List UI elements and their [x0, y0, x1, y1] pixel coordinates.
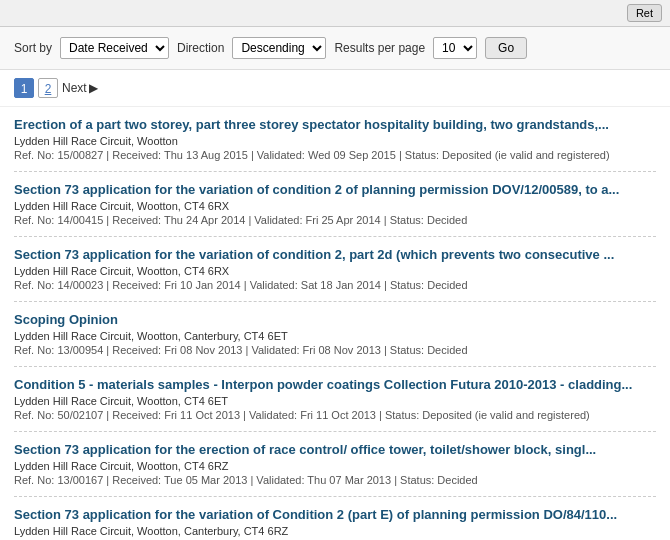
result-item: Scoping OpinionLydden Hill Race Circuit,…: [14, 302, 656, 367]
result-meta: Ref. No: 13/00167 | Received: Tue 05 Mar…: [14, 474, 656, 486]
result-item: Erection of a part two storey, part thre…: [14, 107, 656, 172]
toolbar: Sort by Date Received Reference Address …: [0, 27, 670, 70]
next-icon: ▶: [89, 81, 98, 95]
sort-label: Sort by: [14, 41, 52, 55]
pagination: 1 2 Next ▶: [0, 70, 670, 107]
result-title[interactable]: Erection of a part two storey, part thre…: [14, 117, 656, 132]
result-location: Lydden Hill Race Circuit, Wootton, CT4 6…: [14, 265, 656, 277]
results-per-page-label: Results per page: [334, 41, 425, 55]
result-meta: Ref. No: 13/00954 | Received: Fri 08 Nov…: [14, 344, 656, 356]
direction-label: Direction: [177, 41, 224, 55]
result-item: Section 73 application for the variation…: [14, 237, 656, 302]
sort-select[interactable]: Date Received Reference Address Status: [60, 37, 169, 59]
result-meta: Ref. No: 50/02107 | Received: Fri 11 Oct…: [14, 409, 656, 421]
result-title[interactable]: Condition 5 - materials samples - Interp…: [14, 377, 656, 392]
result-location: Lydden Hill Race Circuit, Wootton: [14, 135, 656, 147]
page-1[interactable]: 1: [14, 78, 34, 98]
result-meta: Ref. No: 14/00415 | Received: Thu 24 Apr…: [14, 214, 656, 226]
result-meta: Ref. No: 15/00827 | Received: Thu 13 Aug…: [14, 149, 656, 161]
top-bar: Ret: [0, 0, 670, 27]
results-per-page-select[interactable]: 10 25 50: [433, 37, 477, 59]
page-2[interactable]: 2: [38, 78, 58, 98]
result-meta: Ref. No: 14/00023 | Received: Fri 10 Jan…: [14, 279, 656, 291]
next-label: Next: [62, 81, 87, 95]
result-location: Lydden Hill Race Circuit, Wootton, Cante…: [14, 525, 656, 537]
direction-select[interactable]: Descending Ascending: [232, 37, 326, 59]
results-list: Erection of a part two storey, part thre…: [0, 107, 670, 540]
result-title[interactable]: Section 73 application for the variation…: [14, 182, 656, 197]
result-location: Lydden Hill Race Circuit, Wootton, CT4 6…: [14, 200, 656, 212]
result-location: Lydden Hill Race Circuit, Wootton, CT4 6…: [14, 395, 656, 407]
result-title[interactable]: Section 73 application for the erection …: [14, 442, 656, 457]
result-location: Lydden Hill Race Circuit, Wootton, CT4 6…: [14, 460, 656, 472]
result-item: Section 73 application for the erection …: [14, 432, 656, 497]
go-button[interactable]: Go: [485, 37, 527, 59]
result-location: Lydden Hill Race Circuit, Wootton, Cante…: [14, 330, 656, 342]
result-item: Condition 5 - materials samples - Interp…: [14, 367, 656, 432]
result-item: Section 73 application for the variation…: [14, 497, 656, 540]
result-title[interactable]: Section 73 application for the variation…: [14, 247, 656, 262]
result-title[interactable]: Section 73 application for the variation…: [14, 507, 656, 522]
result-item: Section 73 application for the variation…: [14, 172, 656, 237]
result-title[interactable]: Scoping Opinion: [14, 312, 656, 327]
ret-button[interactable]: Ret: [627, 4, 662, 22]
next-page[interactable]: Next ▶: [62, 81, 98, 95]
